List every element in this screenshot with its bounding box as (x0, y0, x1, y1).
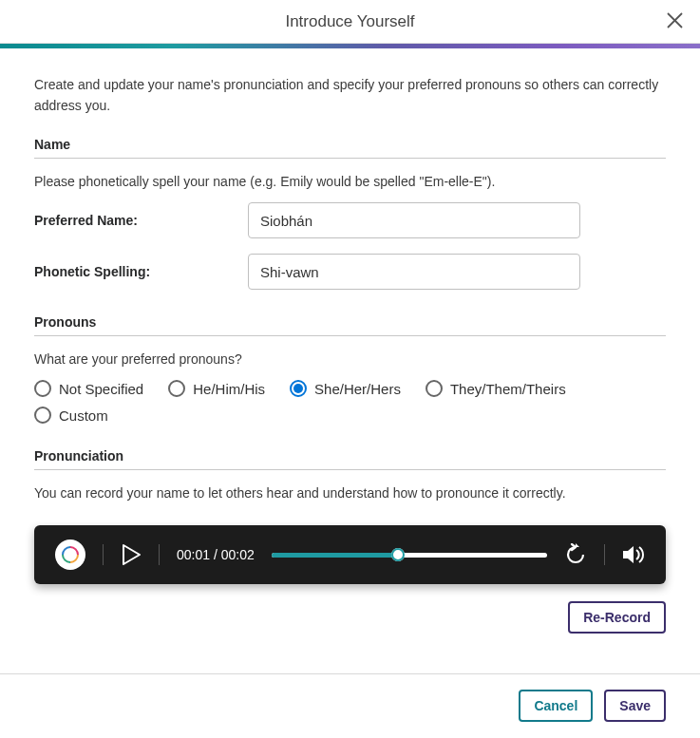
svg-marker-3 (623, 546, 634, 563)
radio-icon (34, 380, 51, 397)
pronouns-question: What are your preferred pronouns? (34, 351, 666, 367)
time-display: 00:01 / 00:02 (177, 547, 255, 562)
separator (604, 544, 605, 565)
radio-icon (168, 380, 185, 397)
radio-they[interactable]: They/Them/Theirs (426, 380, 566, 397)
play-icon[interactable] (121, 543, 142, 566)
radio-icon (426, 380, 443, 397)
pronouns-radio-group: Not Specified He/Him/His She/Her/Hers Th… (34, 380, 666, 397)
radio-she[interactable]: She/Her/Hers (290, 380, 401, 397)
preferred-name-input[interactable] (248, 202, 580, 238)
separator (159, 544, 160, 565)
dialog-header: Introduce Yourself (0, 0, 700, 44)
svg-marker-2 (123, 545, 140, 564)
rerecord-button[interactable]: Re-Record (568, 601, 666, 634)
preferred-name-row: Preferred Name: (34, 202, 666, 238)
radio-label: He/Him/His (193, 381, 265, 397)
radio-icon (290, 380, 307, 397)
phonetic-input[interactable] (248, 254, 580, 290)
radio-not-specified[interactable]: Not Specified (34, 380, 143, 397)
progress-slider[interactable] (272, 553, 547, 558)
close-icon[interactable] (663, 9, 687, 35)
intro-text: Create and update your name's pronunciat… (34, 75, 666, 116)
radio-he[interactable]: He/Him/His (168, 380, 265, 397)
radio-label: She/Her/Hers (314, 381, 401, 397)
radio-icon (34, 407, 51, 424)
pronunciation-text: You can record your name to let others h… (34, 485, 666, 501)
radio-label: They/Them/Theirs (450, 381, 566, 397)
section-heading-pronouns: Pronouns (34, 314, 666, 336)
dialog-footer: Cancel Save (0, 673, 700, 738)
save-button[interactable]: Save (604, 690, 666, 722)
radio-label: Custom (59, 407, 108, 424)
phonetic-row: Phonetic Spelling: (34, 254, 666, 290)
section-heading-pronunciation: Pronunciation (34, 448, 666, 470)
separator (103, 544, 104, 565)
brand-icon (55, 539, 85, 570)
dialog-title: Introduce Yourself (285, 12, 414, 31)
name-helper-text: Please phonetically spell your name (e.g… (34, 174, 666, 189)
phonetic-label: Phonetic Spelling: (34, 264, 248, 279)
volume-icon[interactable] (622, 544, 645, 565)
replay-icon[interactable] (564, 543, 587, 566)
audio-player: 00:01 / 00:02 (34, 525, 666, 584)
radio-custom[interactable]: Custom (34, 407, 108, 424)
preferred-name-label: Preferred Name: (34, 213, 248, 228)
radio-label: Not Specified (59, 381, 143, 397)
cancel-button[interactable]: Cancel (519, 690, 593, 722)
section-heading-name: Name (34, 137, 666, 159)
